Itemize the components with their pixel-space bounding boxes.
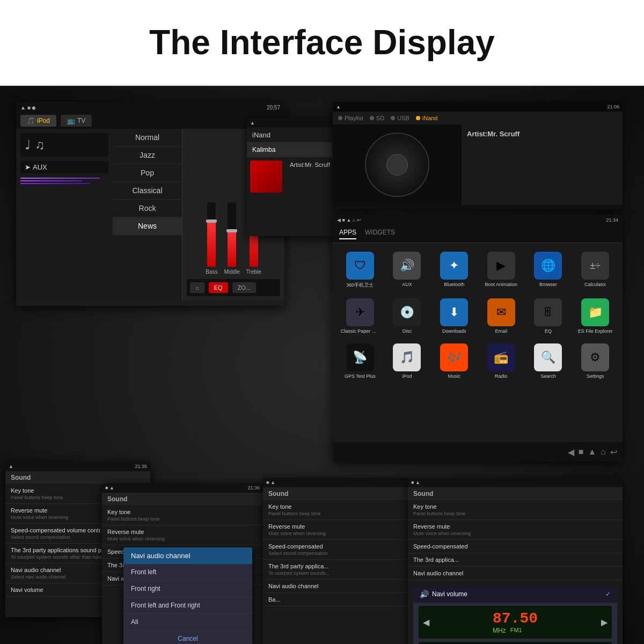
app-radio[interactable]: 📻 Radio [478, 339, 524, 383]
app-bluetooth[interactable]: ✦ Bluetooth [431, 247, 477, 293]
speaker-inner [386, 154, 408, 175]
tab-tv[interactable]: 📺 TV [61, 115, 92, 127]
app-gps-icon: 📡 [346, 343, 374, 371]
tab-playlist[interactable]: Playlist [338, 115, 363, 121]
freq-arrow-left-1[interactable]: ◀ [423, 617, 429, 627]
home-btn[interactable]: ⌂ [190, 282, 204, 293]
wave-lines [20, 178, 108, 184]
app-ipod[interactable]: 🎵 iPod [384, 339, 430, 383]
sound1-status-icons: ▲ [9, 464, 13, 469]
screen-sound2: ■ ▲ 21:36 Sound Key tone Panel buttons b… [102, 483, 263, 644]
middle-handle[interactable] [226, 229, 237, 232]
radio-item-1[interactable]: Key tone Panel buttons beep tone [408, 500, 623, 520]
radio-revmute: Reverse mute [413, 523, 617, 530]
app-aux-label: AUX [402, 282, 412, 287]
tab-sd[interactable]: SD [370, 115, 384, 121]
app-music-label: Music [448, 374, 460, 379]
freq-unit-1: MHz [493, 627, 506, 634]
eq-menu: Normal Jazz Pop Classical Rock News [113, 129, 182, 301]
radio-navi-ch: Navi audio channel [413, 570, 617, 576]
sound3-title: Sound [263, 487, 413, 500]
app-fighter[interactable]: ✈ Classic Paper Fighter [337, 294, 383, 338]
sound3-item-4[interactable]: The 3rd party applica... To usurped syst… [263, 560, 413, 580]
navi-dialog: Navi audio channel Front left Front righ… [123, 547, 252, 644]
app-browser-icon: 🌐 [534, 252, 562, 280]
app-360[interactable]: 🛡 360手机卫士 [337, 247, 383, 293]
aux-text: AUX [33, 163, 47, 171]
middle-track[interactable] [228, 202, 236, 267]
middle-label: Middle [224, 269, 239, 275]
tab-apps[interactable]: APPS [339, 229, 356, 239]
player-right: Artist:Mr. Scruff [462, 125, 623, 205]
app-aux[interactable]: 🔊 AUX [384, 247, 430, 293]
freq-number-1: 87.50 [493, 610, 538, 627]
ipod-icon: 🎵 [27, 117, 35, 125]
navi-front-both[interactable]: Front left and Front right [123, 597, 252, 614]
app-disc[interactable]: 💿 Disc [384, 294, 430, 338]
s3-keytone-desc: Panel buttons beep tone [268, 511, 408, 516]
eq-item-news[interactable]: News [113, 217, 182, 235]
navi-front-right[interactable]: Front right [123, 581, 252, 597]
app-email[interactable]: ✉ Email [478, 294, 524, 338]
aux-label[interactable]: ➤ AUX [20, 161, 108, 173]
tab-inand[interactable]: iNand [416, 115, 438, 121]
sd-label: SD [376, 115, 384, 121]
apps-tabs: APPS WIDGETS [333, 225, 623, 243]
sound3-item-6[interactable]: Ba... [263, 593, 413, 606]
radio-item-2[interactable]: Reverse mute Mute voice when reversing [408, 520, 623, 540]
menu-icon[interactable]: ▲ [588, 447, 596, 457]
eq-item-rock[interactable]: Rock [113, 200, 182, 217]
eq-bottom-bar: ⌂ EQ ZO... [187, 279, 280, 296]
apps-bottom-bar: ◀ ■ ▲ ⌂ ↩ [333, 442, 623, 462]
navi-front-left[interactable]: Front left [123, 564, 252, 581]
album-art [250, 160, 282, 193]
app-music[interactable]: 🎶 Music [431, 339, 477, 383]
radio-item-4[interactable]: The 3rd applica... [408, 553, 623, 567]
radio-item-3[interactable]: Speed-compensated [408, 540, 623, 553]
app-esfile[interactable]: 📁 ES File Explorer [572, 294, 618, 338]
eq-item-jazz[interactable]: Jazz [113, 147, 182, 164]
middle-slider-col: Middle [224, 202, 239, 275]
app-radio-label: Radio [495, 374, 508, 379]
app-eq[interactable]: 🎚 EQ [525, 294, 572, 338]
home-icon[interactable]: ■ [579, 447, 584, 457]
tab-usb[interactable]: USB [391, 115, 409, 121]
radio-item-5[interactable]: Navi audio channel [408, 567, 623, 580]
eq-status-bar: ▲ ■ ◆ 20:57 [16, 102, 284, 113]
sound3-item-2[interactable]: Reverse mute Mute voice when reversing [263, 520, 413, 540]
bass-handle[interactable] [206, 219, 217, 223]
tv-icon: 📺 [67, 117, 75, 125]
app-search[interactable]: 🔍 Search [525, 339, 572, 383]
app-gps[interactable]: 📡 GPS Test Plus [337, 339, 383, 383]
sound3-item-1[interactable]: Key tone Panel buttons beep tone [263, 500, 413, 520]
sound3-item-5[interactable]: Navi audio channel [263, 580, 413, 593]
apps-home-icon[interactable]: ⌂ [601, 447, 606, 457]
eq-item-normal[interactable]: Normal [113, 129, 182, 147]
eq-left-panel: ♩ ♫ ➤ AUX [16, 129, 113, 301]
app-settings[interactable]: ⚙ Settings [572, 339, 618, 383]
bass-track[interactable] [207, 202, 216, 267]
eq-btn[interactable]: EQ [209, 282, 228, 293]
sound3-item-3[interactable]: Speed-compensated Select sound compensat… [263, 540, 413, 560]
tab-widgets[interactable]: WIDGETS [365, 229, 395, 239]
vol-icon: 🔊 [420, 590, 429, 598]
zo-btn[interactable]: ZO... [232, 282, 256, 293]
tab-ipod[interactable]: 🎵 iPod [20, 115, 56, 127]
app-downloads[interactable]: ⬇ Downloads [431, 294, 477, 338]
back-icon[interactable]: ◀ [568, 447, 574, 457]
screen-apps: ◀ ■ ▲ ⌂ ↩ 21:34 APPS WIDGETS 🛡 360手机卫士 🔊… [333, 215, 623, 462]
sound2-item-2[interactable]: Reverse mute Mute voice when reversing [102, 525, 263, 545]
app-browser[interactable]: 🌐 Browser [525, 247, 572, 293]
sound2-item-1[interactable]: Key tone Panel buttons beep tone [102, 506, 263, 525]
navi-cancel[interactable]: Cancel [123, 631, 252, 644]
freq-arrow-right-1[interactable]: ▶ [601, 617, 608, 627]
eq-item-pop[interactable]: Pop [113, 164, 182, 182]
sound2-status-icons: ■ ▲ [105, 485, 114, 491]
app-boot[interactable]: ▶ Boot Animation [478, 247, 524, 293]
eq-tabs: 🎵 iPod 📺 TV [16, 113, 284, 129]
eq-item-classical[interactable]: Classical [113, 182, 182, 200]
tab-ipod-label: iPod [37, 117, 50, 125]
apps-back-icon[interactable]: ↩ [610, 447, 617, 457]
navi-all[interactable]: All [123, 614, 252, 631]
app-calculator[interactable]: ±÷ Calculator [572, 247, 618, 293]
